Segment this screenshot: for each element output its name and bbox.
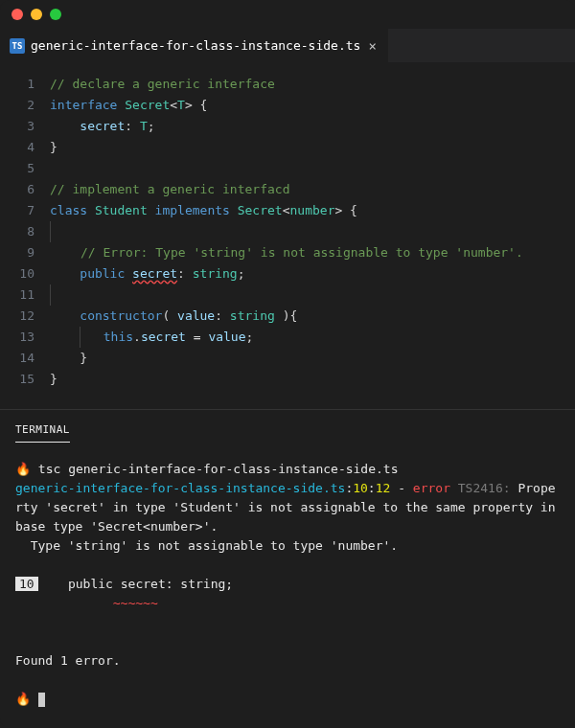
code-text: {	[342, 203, 357, 217]
terminal-tab[interactable]: TERMINAL	[15, 418, 70, 443]
panel: TERMINAL 🔥 tsc generic-interface-for-cla…	[0, 409, 575, 726]
minimize-window-button[interactable]	[31, 9, 42, 20]
code-text: ;	[246, 330, 254, 344]
maximize-window-button[interactable]	[50, 9, 61, 20]
code-text: class	[50, 203, 87, 217]
typescript-icon: TS	[10, 38, 25, 54]
code-text: secret	[141, 330, 186, 344]
code-text: :	[125, 119, 132, 133]
terminal-text: public secret: string;	[38, 577, 234, 591]
terminal-command: tsc generic-interface-for-class-instance…	[38, 462, 399, 476]
terminal-text: 10	[353, 481, 368, 495]
code-text: value	[177, 308, 215, 323]
code-text: (	[162, 308, 170, 323]
code-text: Secret	[125, 98, 170, 112]
tab-filename: generic-interface-for-class-instance-sid…	[31, 38, 360, 53]
code-text: interface	[50, 98, 117, 112]
terminal-line-highlight: 10	[15, 577, 38, 591]
code-text: // implement a generic interfacd	[50, 182, 289, 196]
editor-tab-active[interactable]: TS generic-interface-for-class-instance-…	[0, 29, 389, 62]
code-text: secret	[80, 119, 125, 133]
terminal-text: :	[368, 481, 376, 495]
gutter-line-number: 9	[0, 242, 50, 263]
prompt-icon: 🔥	[15, 692, 38, 706]
code-text: <	[170, 98, 177, 112]
code-text: }	[50, 372, 58, 386]
code-text: number	[290, 203, 335, 217]
error-squiggle[interactable]: secret	[132, 266, 177, 281]
gutter-line-number: 14	[0, 348, 50, 369]
terminal-text: ~~~~~~	[31, 596, 158, 610]
code-text: value	[208, 330, 245, 344]
code-text: }	[80, 351, 87, 365]
terminal-text: error	[413, 481, 450, 495]
code-text: .	[133, 330, 141, 344]
code-text: =	[186, 330, 208, 344]
close-window-button[interactable]	[12, 9, 23, 20]
code-text: string	[193, 266, 238, 281]
panel-tabs: TERMINAL	[0, 410, 575, 443]
gutter-line-number: 12	[0, 306, 50, 327]
code-text: implements	[155, 203, 230, 217]
code-text: string	[230, 308, 275, 323]
close-tab-button[interactable]: ×	[366, 38, 378, 54]
code-text: ;	[238, 266, 245, 281]
editor-tabbar: TS generic-interface-for-class-instance-…	[0, 29, 575, 62]
gutter-line-number: 3	[0, 116, 50, 137]
gutter-line-number: 8	[0, 221, 50, 242]
gutter-line-number: 7	[0, 200, 50, 221]
code-text: <	[283, 203, 290, 217]
gutter-line-number: 4	[0, 137, 50, 158]
code-text: T	[177, 98, 185, 112]
code-text: :	[177, 266, 185, 281]
code-text: this	[104, 330, 133, 344]
terminal-text: Type 'string' is not assignable to type …	[15, 538, 398, 553]
code-text: constructor	[80, 308, 162, 323]
code-text: // declare a generic interface	[50, 77, 275, 91]
prompt-icon: 🔥	[15, 462, 38, 476]
code-text: ){	[275, 308, 297, 323]
code-text: ;	[148, 119, 155, 133]
terminal-text: 12	[376, 481, 391, 495]
window-titlebar	[0, 0, 575, 29]
gutter-line-number: 1	[0, 74, 50, 95]
terminal-text: generic-interface-for-class-instance-sid…	[15, 481, 345, 495]
terminal-text: -	[390, 481, 412, 495]
terminal-text: Found 1 error.	[15, 653, 121, 668]
code-text: public	[80, 266, 125, 281]
code-text: >	[185, 98, 193, 112]
code-text: :	[215, 308, 222, 323]
code-text: // Error: Type 'string' is not assignabl…	[80, 245, 523, 260]
code-editor[interactable]: 1// declare a generic interface 2interfa…	[0, 62, 575, 409]
code-text: }	[50, 140, 58, 154]
gutter-line-number: 13	[0, 327, 50, 348]
gutter-line-number: 5	[0, 158, 50, 179]
terminal-text: TS2416:	[450, 481, 518, 495]
code-text: Secret	[238, 203, 283, 217]
gutter-line-number: 2	[0, 95, 50, 116]
gutter-line-number: 15	[0, 369, 50, 390]
code-text: Student	[95, 203, 148, 217]
gutter-line-number: 11	[0, 284, 50, 306]
code-text: T	[140, 119, 148, 133]
code-text: {	[193, 98, 208, 112]
gutter-line-number: 10	[0, 263, 50, 284]
terminal-output[interactable]: 🔥 tsc generic-interface-for-class-instan…	[0, 443, 575, 726]
gutter-line-number: 6	[0, 179, 50, 200]
terminal-cursor	[38, 693, 45, 707]
